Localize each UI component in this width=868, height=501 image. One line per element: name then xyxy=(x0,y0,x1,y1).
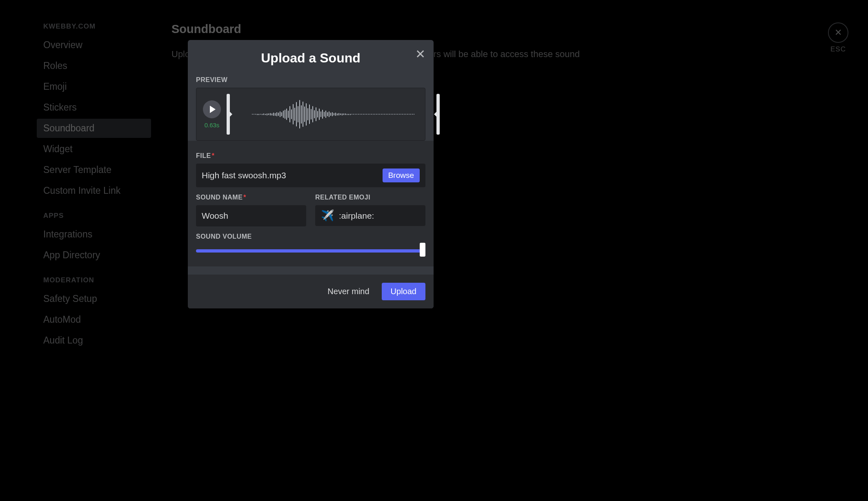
wave-bar xyxy=(405,114,406,115)
play-button[interactable] xyxy=(203,100,221,118)
modal-close-button[interactable]: ✕ xyxy=(415,48,425,60)
wave-bar xyxy=(340,113,341,115)
wave-bar xyxy=(293,104,294,124)
browse-button[interactable]: Browse xyxy=(383,168,420,182)
wave-bar xyxy=(281,112,282,116)
slider-track xyxy=(196,249,425,253)
wave-bar xyxy=(283,111,284,118)
wave-bar xyxy=(316,107,316,121)
trim-start-handle[interactable] xyxy=(227,94,230,135)
play-icon xyxy=(210,106,216,113)
wave-bar xyxy=(371,114,372,115)
wave-bar xyxy=(257,114,258,115)
wave-bar xyxy=(350,114,351,115)
wave-bar xyxy=(255,114,256,115)
wave-bar xyxy=(389,114,390,115)
trim-end-handle[interactable] xyxy=(436,94,440,135)
slider-thumb[interactable] xyxy=(420,243,425,257)
wave-bar xyxy=(348,114,349,115)
wave-bar xyxy=(329,111,329,117)
wave-bar xyxy=(338,113,339,115)
wave-bar xyxy=(410,114,411,115)
wave-bar xyxy=(361,114,362,115)
wave-bar xyxy=(397,114,398,115)
wave-bar xyxy=(275,113,276,116)
wave-bar xyxy=(299,100,300,129)
wave-bar xyxy=(352,114,352,115)
file-name-display: High fast swoosh.mp3 xyxy=(202,171,383,180)
wave-bar xyxy=(314,110,315,118)
wave-bar xyxy=(355,114,356,115)
wave-bar xyxy=(301,105,302,124)
modal-title: Upload a Sound xyxy=(196,51,425,66)
preview-label: PREVIEW xyxy=(196,76,425,84)
wave-bar xyxy=(309,104,310,124)
wave-bar xyxy=(258,114,259,115)
wave-bar xyxy=(356,114,357,115)
wave-bar xyxy=(374,114,375,115)
wave-bar xyxy=(399,114,400,115)
wave-bar xyxy=(373,114,374,115)
never-mind-button[interactable]: Never mind xyxy=(323,283,374,300)
wave-bar xyxy=(320,111,321,117)
related-emoji-label: RELATED EMOJI xyxy=(315,194,425,201)
wave-bar xyxy=(368,114,369,115)
wave-bar xyxy=(379,114,380,115)
preview-duration: 0.63s xyxy=(203,122,221,129)
wave-bar xyxy=(311,109,312,120)
wave-bar xyxy=(396,114,396,115)
wave-bar xyxy=(353,114,354,115)
sound-name-label: SOUND NAME* xyxy=(196,194,306,201)
wave-bar xyxy=(286,109,287,120)
wave-bar xyxy=(335,113,336,116)
upload-button[interactable]: Upload xyxy=(382,283,425,300)
wave-bar xyxy=(381,114,382,115)
file-label: FILE* xyxy=(196,152,425,160)
wave-bar xyxy=(273,113,274,116)
emoji-code-text: :airplane: xyxy=(339,211,374,221)
wave-bar xyxy=(378,114,378,115)
wave-bar xyxy=(298,106,298,122)
wave-bar xyxy=(391,114,392,115)
wave-bar xyxy=(252,114,253,115)
wave-bar xyxy=(347,114,347,115)
wave-bar xyxy=(334,113,334,115)
wave-bar xyxy=(327,112,328,116)
wave-bar xyxy=(414,114,414,115)
wave-bar xyxy=(412,114,413,115)
wave-bar xyxy=(369,114,370,115)
sound-volume-label: SOUND VOLUME xyxy=(196,233,425,240)
wave-bar xyxy=(312,106,313,122)
preview-box: 0.63s xyxy=(196,88,425,141)
wave-bar xyxy=(265,114,266,115)
wave-bar xyxy=(289,106,290,122)
wave-bar xyxy=(342,113,343,115)
wave-bar xyxy=(365,114,365,115)
wave-bar xyxy=(260,114,261,115)
wave-bar xyxy=(407,114,408,115)
wave-bar xyxy=(263,113,264,115)
wave-bar xyxy=(358,114,359,115)
wave-bar xyxy=(325,111,326,118)
wave-bar xyxy=(296,102,297,126)
modal-footer: Never mind Upload xyxy=(188,275,434,308)
wave-bar xyxy=(322,110,323,119)
related-emoji-picker[interactable]: ✈️ :airplane: xyxy=(315,205,425,226)
volume-slider[interactable] xyxy=(196,246,425,255)
wave-bar xyxy=(317,111,318,117)
wave-bar xyxy=(345,113,346,115)
wave-bar xyxy=(402,114,403,115)
file-input-row: High fast swoosh.mp3 Browse xyxy=(196,164,425,187)
waveform-display xyxy=(236,98,431,131)
wave-bar xyxy=(337,113,338,115)
wave-bar xyxy=(319,109,320,120)
airplane-emoji-icon: ✈️ xyxy=(321,209,334,222)
sound-name-input[interactable] xyxy=(196,205,306,226)
wave-bar xyxy=(383,114,383,115)
wave-bar xyxy=(343,113,344,115)
wave-bar xyxy=(306,103,307,126)
modal-backdrop[interactable] xyxy=(0,0,868,501)
wave-bar xyxy=(360,114,361,115)
wave-bar xyxy=(288,111,289,118)
wave-bar xyxy=(332,112,333,116)
